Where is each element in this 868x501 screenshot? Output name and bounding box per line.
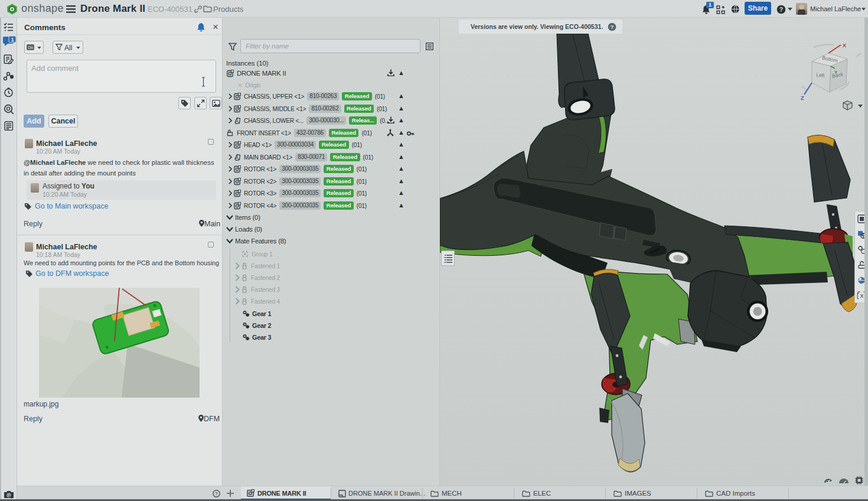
svg-text:1: 1 (11, 37, 14, 43)
svg-text:?: ? (215, 491, 218, 496)
svg-text:?: ? (779, 6, 783, 13)
svg-text:On: On (28, 45, 33, 50)
svg-text:X: X (843, 43, 846, 48)
svg-text:?: ? (610, 24, 614, 30)
svg-text:Z: Z (801, 95, 804, 101)
svg-text:Left: Left (816, 71, 825, 78)
